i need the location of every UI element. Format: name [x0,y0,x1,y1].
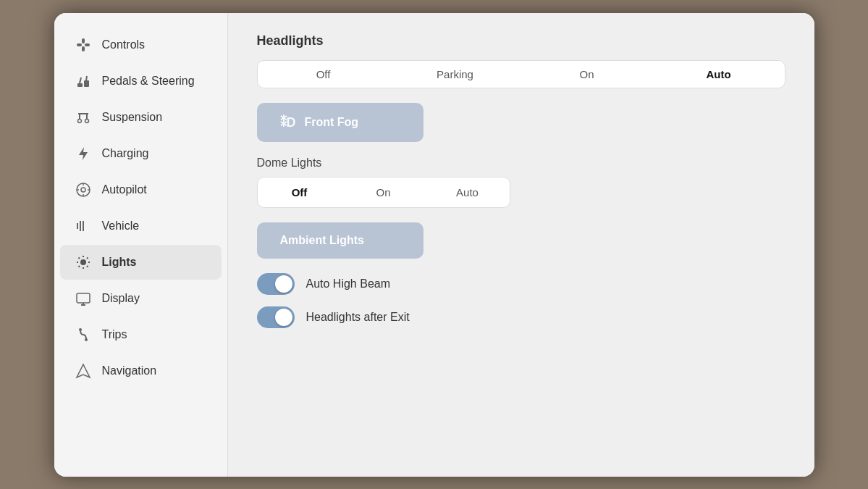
sidebar-item-pedals[interactable]: Pedals & Steering [60,64,222,99]
svg-rect-1 [85,43,90,46]
svg-point-23 [80,259,86,265]
headlights-on[interactable]: On [521,61,653,88]
charging-icon [75,145,92,162]
dome-off[interactable]: Off [258,177,342,207]
display-icon [75,290,92,307]
front-fog-button[interactable]: ⁑D Front Fog [257,103,424,142]
ambient-lights-label: Ambient Lights [280,234,364,247]
auto-high-beam-row: Auto High Beam [257,273,785,295]
controls-label: Controls [102,38,146,51]
svg-rect-0 [77,43,82,46]
dome-segmented: Off On Auto [257,177,510,208]
lights-icon [75,254,92,271]
vehicle-label: Vehicle [102,220,140,233]
sidebar-item-controls[interactable]: Controls [60,28,222,62]
sidebar-item-suspension[interactable]: Suspension [60,100,222,135]
front-fog-label: Front Fog [305,116,359,129]
auto-high-beam-toggle[interactable] [257,273,295,295]
svg-point-11 [77,119,81,122]
toggle-knob-headlights-exit [275,309,292,326]
navigation-label: Navigation [102,364,157,377]
svg-rect-3 [82,46,85,51]
dome-lights-section: Dome Lights Off On Auto [257,156,785,208]
dome-lights-title: Dome Lights [257,156,785,170]
svg-line-30 [87,257,88,259]
svg-point-12 [85,119,88,122]
controls-icon [75,36,92,54]
headlights-off[interactable]: Off [258,61,389,88]
headlights-auto[interactable]: Auto [653,61,785,88]
svg-rect-2 [82,38,85,43]
sidebar-item-vehicle[interactable]: Vehicle [60,209,222,243]
ambient-lights-button[interactable]: Ambient Lights [257,222,424,259]
lights-label: Lights [102,256,137,269]
svg-line-7 [86,76,87,80]
display-label: Display [102,292,140,305]
svg-line-28 [78,257,80,259]
svg-marker-37 [77,364,90,377]
sidebar-item-trips[interactable]: Trips [60,317,222,352]
dome-auto[interactable]: Auto [426,177,510,207]
autopilot-icon [75,181,92,198]
sidebar-item-charging[interactable]: Charging [60,136,222,171]
toggle-knob-auto-high-beam [275,275,292,293]
pedals-label: Pedals & Steering [102,75,195,88]
vehicle-icon [75,217,92,235]
headlights-after-exit-label: Headlights after Exit [306,311,410,324]
sidebar-item-autopilot[interactable]: Autopilot [60,172,222,207]
fog-icon: ⁑D [280,114,296,130]
svg-point-35 [79,328,82,331]
main-content: Headlights Off Parking On Auto ⁑D Front … [228,13,814,477]
headlights-title: Headlights [257,33,785,49]
svg-rect-4 [77,83,83,87]
headlights-after-exit-toggle[interactable] [257,306,295,328]
svg-point-36 [85,338,88,341]
suspension-icon [75,109,92,126]
suspension-label: Suspension [102,111,163,124]
pedals-icon [75,72,92,90]
autopilot-label: Autopilot [102,183,147,196]
auto-high-beam-label: Auto High Beam [306,277,391,291]
headlights-after-exit-row: Headlights after Exit [257,306,785,328]
svg-marker-13 [79,147,88,160]
sidebar: Controls Pedals & Steering [54,13,228,477]
screen-frame: Controls Pedals & Steering [54,13,814,477]
fog-button-row: ⁑D Front Fog [257,103,785,142]
charging-label: Charging [102,147,149,160]
sidebar-item-display[interactable]: Display [60,281,222,316]
sidebar-item-navigation[interactable]: Navigation [60,354,222,388]
headlights-segmented: Off Parking On Auto [257,60,785,88]
trips-icon [75,326,92,343]
svg-rect-5 [84,80,89,87]
trips-label: Trips [102,328,127,341]
svg-point-15 [81,188,85,192]
ambient-button-row: Ambient Lights [257,222,785,259]
sidebar-item-lights[interactable]: Lights [60,245,222,280]
svg-line-31 [78,266,80,267]
svg-line-6 [80,78,81,83]
svg-rect-32 [77,293,90,303]
headlights-parking[interactable]: Parking [389,61,521,88]
dome-on[interactable]: On [342,177,426,207]
navigation-icon [75,362,92,380]
svg-line-29 [87,266,88,267]
